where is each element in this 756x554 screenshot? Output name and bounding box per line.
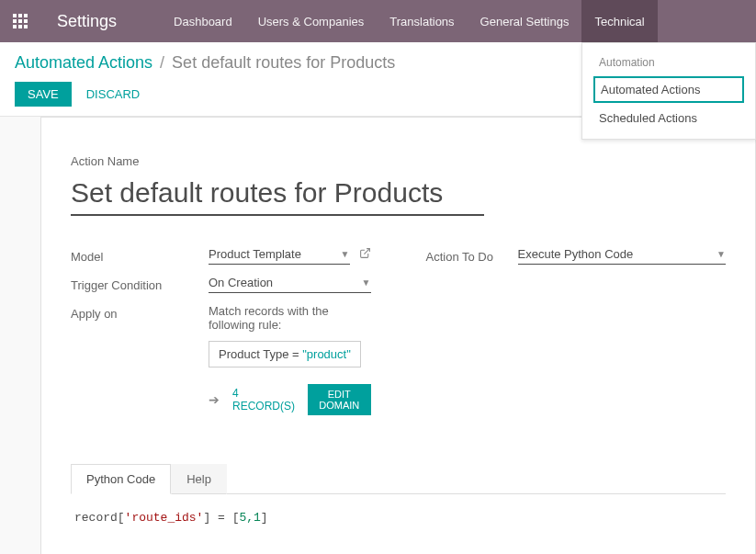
nav-general-settings[interactable]: General Settings — [468, 0, 582, 42]
breadcrumb-separator: / — [160, 53, 164, 73]
trigger-select[interactable]: On Creation ▼ — [209, 276, 371, 293]
model-select[interactable]: Product Template ▼ — [209, 247, 350, 265]
technical-dropdown: Automation Automated Actions Scheduled A… — [581, 42, 756, 140]
top-nav: Settings Dashboard Users & Companies Tra… — [0, 0, 756, 42]
code-string: 'route_ids' — [125, 511, 204, 525]
apps-grid-icon[interactable] — [13, 14, 28, 28]
svg-line-0 — [364, 249, 369, 254]
match-rule-text: Match records with the following rule: — [209, 304, 371, 332]
chevron-down-icon[interactable]: ▼ — [362, 277, 371, 288]
domain-filter-box[interactable]: Product Type = "product" — [209, 341, 361, 367]
model-label: Model — [71, 247, 209, 265]
edit-domain-button[interactable]: EDIT DOMAIN — [308, 384, 371, 415]
tabs: Python Code Help — [71, 463, 726, 494]
dropdown-header: Automation — [582, 51, 755, 74]
apply-on-label: Apply on — [71, 304, 209, 415]
external-link-icon[interactable] — [359, 247, 371, 265]
breadcrumb-link[interactable]: Automated Actions — [15, 53, 152, 73]
tab-python-code[interactable]: Python Code — [71, 464, 171, 494]
dropdown-automated-actions[interactable]: Automated Actions — [593, 76, 744, 103]
action-name-input[interactable] — [71, 175, 484, 216]
breadcrumb-current: Set default routes for Products — [172, 53, 395, 73]
app-title: Settings — [57, 12, 117, 31]
trigger-value: On Creation — [209, 276, 358, 289]
nav-dashboard[interactable]: Dashboard — [161, 0, 245, 42]
action-to-do-label: Action To Do — [426, 247, 518, 265]
domain-value: "product" — [302, 347, 351, 361]
domain-field: Product Type — [219, 347, 288, 361]
model-value: Product Template — [209, 247, 337, 261]
code-text: ] = [ — [203, 511, 239, 525]
trigger-label: Trigger Condition — [71, 276, 209, 293]
chevron-down-icon[interactable]: ▼ — [717, 249, 726, 259]
save-button[interactable]: SAVE — [15, 82, 72, 107]
tab-help[interactable]: Help — [171, 464, 227, 494]
action-to-do-value: Execute Python Code — [518, 247, 714, 261]
python-code-editor[interactable]: record['route_ids'] = [5,1] — [71, 494, 726, 541]
form-sheet: Action Name Model Product Template ▼ Tri… — [40, 117, 756, 554]
code-text: record[ — [74, 511, 125, 525]
nav-translations[interactable]: Translations — [377, 0, 467, 42]
nav-users-companies[interactable]: Users & Companies — [245, 0, 378, 42]
action-to-do-select[interactable]: Execute Python Code ▼ — [518, 247, 727, 265]
code-text: ] — [261, 511, 268, 525]
domain-op: = — [288, 347, 302, 361]
action-name-label: Action Name — [71, 154, 726, 168]
code-number: 5,1 — [239, 511, 260, 525]
arrow-right-icon: ➔ — [209, 392, 220, 407]
nav-technical[interactable]: Technical — [581, 0, 657, 42]
discard-button[interactable]: DISCARD — [86, 87, 141, 101]
nav-items: Dashboard Users & Companies Translations… — [161, 0, 658, 42]
dropdown-scheduled-actions[interactable]: Scheduled Actions — [582, 105, 755, 131]
records-count-link[interactable]: 4 RECORD(S) — [232, 387, 295, 413]
chevron-down-icon[interactable]: ▼ — [341, 249, 350, 259]
